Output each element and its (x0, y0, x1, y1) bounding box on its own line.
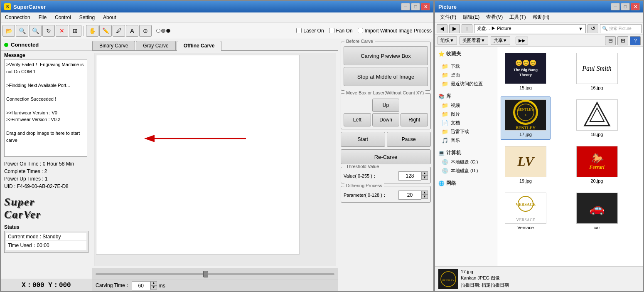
library-header[interactable]: 📚 库 (435, 92, 497, 101)
import-checkbox[interactable] (358, 28, 363, 33)
menu-file[interactable]: File (34, 14, 51, 21)
threshold-up[interactable]: ▲ (421, 171, 428, 176)
file-item-20[interactable]: 🐎 Ferrari 20.jpg (572, 143, 622, 186)
file-item-16[interactable]: Paul Smith 16.jpg (572, 50, 622, 93)
threshold-input[interactable] (398, 171, 421, 181)
dithering-down[interactable]: ▼ (421, 195, 428, 199)
canvas-inner[interactable] (96, 55, 300, 255)
share-btn[interactable]: 共享▼ (491, 36, 510, 45)
maximize-btn[interactable]: □ (411, 3, 420, 10)
menu-control[interactable]: Control (51, 14, 75, 21)
fan-on-checkbox[interactable] (329, 28, 334, 33)
laser-on-checkbox[interactable] (296, 28, 302, 33)
close-btn[interactable]: ✕ (421, 3, 430, 10)
exp-minimize-btn[interactable]: ─ (611, 3, 620, 10)
network-header[interactable]: 🌐 网络 (435, 178, 497, 188)
sidebar-pictures[interactable]: 📁 图片 (435, 110, 497, 119)
tab-gray[interactable]: Gray Carve (136, 41, 175, 50)
tab-binary[interactable]: Binary Carve (92, 41, 135, 50)
carving-time-down[interactable]: ▼ (150, 285, 157, 290)
back-btn[interactable]: ◀ (437, 24, 447, 33)
sidebar-music[interactable]: 🎵 音乐 (435, 136, 497, 145)
tool-zoomin[interactable]: 🔍 (16, 25, 28, 37)
file-item-19[interactable]: LV 19.jpg (501, 143, 551, 186)
docs-label: 文档 (451, 120, 460, 126)
sidebar-disk-d[interactable]: 💿 本地磁盘 (D:) (435, 166, 497, 175)
carving-time-unit: ms (159, 283, 165, 289)
tool-grid[interactable]: ⊞ (69, 25, 81, 37)
refresh-btn[interactable]: ↺ (587, 24, 598, 33)
search-placeholder[interactable]: 搜索 Picture (609, 26, 632, 32)
view-toggle1[interactable]: ⊟ (605, 36, 616, 45)
message-box[interactable]: >Verify Failed！ Engraving Machine is not… (4, 59, 87, 157)
sidebar-thunder[interactable]: 📁 迅雷下载 (435, 127, 497, 136)
tool-hand[interactable]: ✋ (86, 25, 98, 37)
sidebar-docs[interactable]: 📄 文档 (435, 119, 497, 127)
exp-maximize-btn[interactable]: □ (621, 3, 630, 10)
up-btn[interactable]: Up (372, 99, 400, 112)
carving-time-up[interactable]: ▲ (150, 281, 157, 285)
right-btn[interactable]: Right (401, 113, 428, 126)
slider-track[interactable] (96, 273, 334, 275)
bentley-logo: BENTLEY B (513, 100, 538, 125)
sidebar-video[interactable]: 📁 视频 (435, 101, 497, 110)
carving-preview-btn[interactable]: Carving Preview Box (344, 46, 428, 65)
tool-eraser[interactable]: 🖊 (113, 25, 125, 37)
menu-setting[interactable]: Setting (75, 14, 99, 21)
up-dir-btn[interactable]: ↑ (462, 24, 472, 33)
tool-text[interactable]: A (126, 25, 138, 37)
threshold-spinners: ▲ ▼ (421, 171, 428, 181)
minimize-btn[interactable]: ─ (401, 3, 410, 10)
left-btn[interactable]: Left (344, 113, 371, 126)
dithering-up[interactable]: ▲ (421, 191, 428, 195)
slider-thumb[interactable] (203, 271, 208, 277)
photo-viewer-btn[interactable]: 美图看看▼ (460, 36, 488, 45)
start-btn[interactable]: Start (341, 132, 385, 147)
tab-offline[interactable]: Offline Carve (177, 41, 222, 51)
file-item-car[interactable]: 🚗 car (572, 190, 622, 233)
exp-menu-edit[interactable]: 编辑(E) (460, 13, 483, 22)
threshold-down[interactable]: ▼ (421, 176, 428, 180)
favorites-header[interactable]: ⭐ 收藏夹 (435, 49, 497, 59)
organize-btn[interactable]: 组织▼ (438, 36, 457, 45)
address-bar[interactable]: 光盘... ▶ Picture ▼ (474, 24, 586, 33)
menu-about[interactable]: About (99, 14, 120, 21)
stop-middle-btn[interactable]: Stop at Middle of Image (344, 67, 428, 86)
tool-open[interactable]: 📂 (2, 25, 15, 37)
tool-shape[interactable]: ⊙ (139, 25, 152, 37)
tool-zoomout[interactable]: 🔍 (29, 25, 42, 37)
svg-marker-6 (585, 103, 610, 126)
exp-menu-help[interactable]: 帮助(H) (529, 13, 553, 22)
help-btn[interactable]: ? (630, 36, 641, 45)
exp-close-btn[interactable]: ✕ (631, 3, 640, 10)
file-thumb-17: BENTLEY B BENTLEY (505, 99, 546, 131)
more-btn[interactable]: ▶▶ (516, 37, 528, 45)
file-item-15[interactable]: 😊😊😊 The Big Bang Theory 15.jpg (501, 50, 551, 93)
computer-header[interactable]: 💻 计算机 (435, 148, 497, 158)
music-label: 音乐 (451, 137, 460, 144)
forward-btn[interactable]: ▶ (449, 24, 460, 33)
menu-connection[interactable]: Connection (1, 14, 34, 21)
exp-menu-file[interactable]: 文件(F) (437, 13, 460, 22)
file-item-versace[interactable]: VERSACE VERSACE Versace (501, 190, 551, 233)
tool-stop[interactable]: ✕ (56, 25, 68, 37)
view-toggle2[interactable]: ⊞ (617, 36, 628, 45)
dithering-input[interactable] (398, 191, 421, 200)
exp-menu-view[interactable]: 查看(V) (483, 13, 506, 22)
sidebar-disk-c[interactable]: 💿 本地磁盘 (C:) (435, 158, 497, 166)
sidebar-desktop[interactable]: 📁 桌面 (435, 71, 497, 79)
sidebar-download[interactable]: 📁 下载 (435, 62, 497, 71)
file-item-17[interactable]: BENTLEY B BENTLEY 17.jpg (501, 97, 551, 140)
address-dropdown[interactable]: ▼ (578, 26, 583, 31)
tool-pencil[interactable]: ✏️ (99, 25, 112, 37)
organize-label: 组织▼ (440, 37, 454, 44)
exp-menu-tools[interactable]: 工具(T) (506, 13, 529, 22)
pause-btn[interactable]: Pause (387, 132, 431, 147)
sidebar-recent[interactable]: 📁 最近访问的位置 (435, 79, 497, 88)
down-btn[interactable]: Down (372, 113, 400, 126)
tool-rotate[interactable]: ↻ (42, 25, 55, 37)
more-label: ▶▶ (519, 38, 525, 43)
carving-time-input[interactable] (132, 281, 150, 290)
recarve-btn[interactable]: Re-Carve (341, 149, 431, 164)
file-item-18[interactable]: 18.jpg (572, 97, 622, 140)
